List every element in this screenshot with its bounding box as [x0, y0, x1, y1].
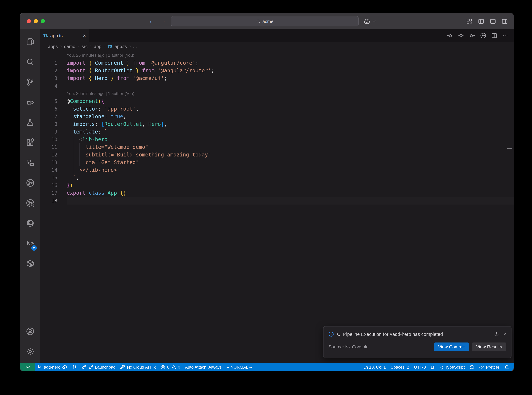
line-number: 7: [40, 113, 57, 120]
line-number: 12: [40, 151, 57, 159]
breadcrumb-item[interactable]: app.ts: [114, 44, 127, 49]
remote-indicator[interactable]: ><: [20, 363, 35, 371]
tab-close-icon[interactable]: ×: [83, 33, 86, 38]
browser-preview-icon: [26, 219, 34, 227]
customize-layout-icon[interactable]: [466, 18, 472, 24]
nav-forward-button[interactable]: →: [160, 18, 166, 25]
code-line-8: 8 imports: [RouterOutlet, Hero],: [40, 120, 514, 128]
line-number: 6: [40, 105, 57, 113]
statusbar-text: LF: [431, 365, 435, 369]
extensions-icon: [26, 138, 34, 147]
code-content: [67, 197, 514, 204]
toggle-panel-right-icon[interactable]: [502, 18, 508, 24]
code-content: import { RouterOutlet } from '@angular/r…: [67, 67, 514, 74]
statusbar-formatter[interactable]: Prettier: [477, 363, 502, 371]
activity-extensions[interactable]: [22, 132, 38, 153]
next-change-icon[interactable]: [469, 33, 475, 38]
indent-guide: [73, 151, 73, 159]
editor[interactable]: You, 26 minutes ago | 1 author (You)1imp…: [40, 51, 514, 363]
line-number: 15: [40, 174, 57, 181]
notification-close-icon[interactable]: ×: [504, 331, 506, 337]
activity-search[interactable]: [22, 52, 38, 72]
blame-annotation: You, 26 minutes ago | 1 author (You): [40, 90, 514, 97]
testing-icon: [26, 118, 34, 126]
breadcrumb: apps›demo›src›app›TSapp.ts›...: [40, 42, 514, 51]
screen: ← → acme N>2 TS: [0, 0, 532, 395]
breadcrumb-item[interactable]: app: [94, 44, 101, 49]
code-line-3: 3import { Hero } from '@acme/ui';: [40, 74, 514, 82]
code-line-16: 16}): [40, 181, 514, 189]
statusbar-cursor-position[interactable]: Ln 18, Col 1: [361, 363, 388, 371]
minimize-window-button[interactable]: [34, 19, 38, 23]
activity-commit-graph[interactable]: [22, 173, 38, 193]
split-editor-icon[interactable]: [491, 33, 497, 38]
more-actions-icon[interactable]: ⋯: [502, 32, 508, 39]
commit-graph-icon[interactable]: [480, 33, 486, 38]
breadcrumb-item[interactable]: apps: [48, 44, 58, 49]
activity-source-control[interactable]: [22, 72, 38, 92]
nav-back-button[interactable]: ←: [149, 18, 155, 25]
zoom-window-button[interactable]: [41, 19, 45, 23]
code-line-7: 7 standalone: true,: [40, 113, 514, 120]
toggle-panel-left-icon[interactable]: [478, 18, 484, 24]
code-line-10: 10 <lib-hero: [40, 136, 514, 143]
code-line-9: 9 template: `: [40, 128, 514, 136]
code-content: @Component({: [67, 97, 514, 105]
statusbar-auto-attach[interactable]: Auto Attach: Always: [183, 363, 224, 371]
tab-app-ts[interactable]: TS app.ts ×: [40, 29, 89, 42]
code-content: standalone: true,: [67, 113, 514, 120]
statusbar-indentation[interactable]: Spaces: 2: [388, 363, 412, 371]
statusbar-notifications[interactable]: [502, 363, 511, 371]
activity-explorer[interactable]: [22, 32, 38, 52]
activity-containers[interactable]: [22, 253, 38, 274]
view-results-button[interactable]: View Results: [472, 342, 506, 351]
indent-guide: [73, 159, 73, 166]
code-content: import { Hero } from '@acme/ui';: [67, 74, 514, 82]
activity-settings[interactable]: [22, 341, 38, 362]
statusbar-problems[interactable]: 00: [158, 363, 183, 371]
statusbar-language-mode[interactable]: {}TypeScript: [438, 363, 467, 371]
statusbar-launchpad[interactable]: Launchpad: [79, 363, 118, 371]
code-content: [67, 82, 514, 90]
activity-hierarchy[interactable]: [22, 153, 38, 173]
activity-browser-preview[interactable]: [22, 213, 38, 233]
statusbar-branch-status[interactable]: add-hero: [35, 363, 70, 371]
close-window-button[interactable]: [27, 19, 31, 23]
statusbar-text: Prettier: [486, 365, 499, 369]
line-number: 17: [40, 189, 57, 197]
breadcrumb-item[interactable]: src: [81, 44, 88, 49]
statusbar-compare-refs[interactable]: [70, 363, 79, 371]
breadcrumb-item[interactable]: ...: [133, 44, 137, 49]
indent-guide: [67, 105, 67, 113]
rocket-icon: [82, 365, 86, 369]
statusbar-encoding[interactable]: UTF-8: [412, 363, 428, 371]
line-number: 5: [40, 97, 57, 105]
indent-guide: [79, 159, 80, 166]
statusbar-vim-mode[interactable]: -- NORMAL --: [224, 363, 254, 371]
statusbar-nx-cloud-ai-fix[interactable]: Nx Cloud AI Fix: [118, 363, 158, 371]
indent-guide: [67, 128, 67, 136]
view-commit-button[interactable]: View Commit: [434, 342, 469, 351]
statusbar-text: 0: [178, 365, 180, 369]
activity-accounts[interactable]: [22, 321, 38, 341]
activity-run-debug[interactable]: [22, 92, 38, 112]
braces-icon: {}: [441, 365, 443, 369]
activity-commit-search[interactable]: [22, 193, 38, 213]
statusbar-eol[interactable]: LF: [428, 363, 438, 371]
activity-nx-console[interactable]: N>2: [22, 233, 38, 253]
prev-change-icon[interactable]: [447, 33, 453, 38]
explorer-icon: [26, 38, 34, 46]
notification-settings-icon[interactable]: [494, 332, 499, 337]
activity-testing[interactable]: [22, 112, 38, 132]
breadcrumb-item[interactable]: demo: [64, 44, 75, 49]
tab-label: app.ts: [50, 33, 81, 38]
statusbar-copilot-status[interactable]: [467, 363, 477, 371]
copilot-menu[interactable]: [364, 18, 376, 25]
toggle-panel-bottom-icon[interactable]: [490, 18, 496, 24]
warning-triangle-icon: [171, 365, 176, 369]
line-number: 9: [40, 128, 57, 136]
command-center-search[interactable]: acme: [171, 16, 359, 27]
breadcrumb-separator: ›: [78, 44, 79, 49]
open-change-icon[interactable]: [458, 33, 464, 38]
line-number: 2: [40, 67, 57, 74]
